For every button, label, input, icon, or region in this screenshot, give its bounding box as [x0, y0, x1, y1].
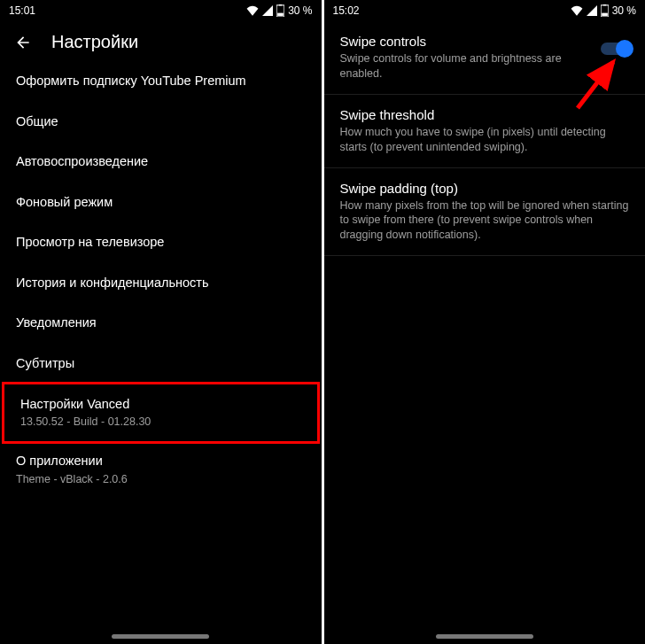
item-title: Субтитры	[16, 355, 306, 373]
status-time: 15:01	[9, 4, 35, 17]
settings-item[interactable]: Оформить подписку YouTube Premium	[0, 61, 322, 102]
item-title: Просмотр на телевизоре	[16, 234, 306, 252]
nav-bar	[0, 609, 322, 644]
nav-pill[interactable]	[112, 634, 209, 639]
item-title: История и конфиденциальность	[16, 275, 306, 292]
settings-item[interactable]: Автовоспроизведение	[0, 142, 322, 182]
svg-rect-5	[602, 13, 608, 16]
status-icons: 30 %	[571, 4, 636, 17]
phone-right: 15:02 30 % Swipe controlsSwipe controls …	[322, 0, 646, 644]
status-time: 15:02	[333, 4, 360, 17]
item-title: О приложении	[16, 453, 306, 470]
settings-item[interactable]: Настройки Vanced13.50.52 - Build - 01.28…	[4, 384, 317, 441]
setting-item[interactable]: Swipe controlsSwipe controls for volume …	[324, 21, 646, 95]
toggle-switch[interactable]	[601, 43, 631, 55]
svg-rect-2	[277, 13, 284, 16]
item-subtitle: Theme - vBlack - 2.0.6	[16, 472, 306, 487]
settings-item[interactable]: История и конфиденциальность	[0, 263, 322, 304]
status-bar: 15:02 30 %	[324, 0, 646, 21]
setting-description: How many pixels from the top will be ign…	[340, 198, 630, 244]
page-title: Настройки	[51, 32, 138, 52]
settings-item[interactable]: Субтитры	[0, 344, 322, 384]
battery-icon	[276, 4, 284, 17]
settings-list: Оформить подписку YouTube PremiumОбщиеАв…	[0, 61, 322, 609]
item-title: Уведомления	[16, 314, 306, 332]
status-battery: 30 %	[612, 4, 636, 17]
battery-icon	[601, 4, 609, 17]
setting-title: Swipe padding (top)	[340, 181, 630, 196]
signal-icon	[262, 5, 273, 16]
settings-item[interactable]: Просмотр на телевизоре	[0, 222, 322, 263]
settings-list: Swipe controlsSwipe controls for volume …	[324, 21, 646, 609]
item-title: Общие	[16, 113, 306, 131]
settings-item[interactable]: Фоновый режим	[0, 182, 322, 223]
item-title: Оформить подписку YouTube Premium	[16, 73, 306, 90]
wifi-icon	[571, 5, 583, 16]
setting-item[interactable]: Swipe padding (top)How many pixels from …	[324, 168, 646, 257]
setting-description: How much you have to swipe (in pixels) u…	[340, 125, 630, 155]
header: Настройки	[0, 21, 322, 61]
svg-rect-4	[602, 4, 606, 5]
status-icons: 30 %	[246, 4, 312, 17]
setting-title: Swipe controls	[340, 34, 630, 49]
signal-icon	[587, 5, 597, 16]
setting-description: Swipe controls for volume and brightness…	[340, 51, 630, 81]
item-subtitle: 13.50.52 - Build - 01.28.30	[20, 415, 301, 430]
nav-bar	[324, 609, 646, 644]
nav-pill[interactable]	[436, 634, 533, 639]
settings-item[interactable]: Общие	[0, 102, 322, 143]
setting-title: Swipe threshold	[340, 107, 630, 122]
back-arrow-icon[interactable]	[14, 34, 32, 51]
wifi-icon	[246, 5, 259, 16]
status-bar: 15:01 30 %	[0, 0, 322, 21]
highlight-annotation: Настройки Vanced13.50.52 - Build - 01.28…	[2, 382, 320, 444]
item-title: Автовоспроизведение	[16, 153, 306, 171]
item-title: Настройки Vanced	[20, 396, 301, 414]
settings-item[interactable]: Уведомления	[0, 303, 322, 344]
phone-left: 15:01 30 % Настройки Оформить подписку Y…	[0, 0, 322, 644]
settings-item[interactable]: О приложенииTheme - vBlack - 2.0.6	[0, 441, 322, 498]
setting-item[interactable]: Swipe thresholdHow much you have to swip…	[324, 95, 646, 168]
svg-rect-1	[279, 4, 283, 5]
item-title: Фоновый режим	[16, 194, 306, 212]
status-battery: 30 %	[288, 4, 312, 17]
